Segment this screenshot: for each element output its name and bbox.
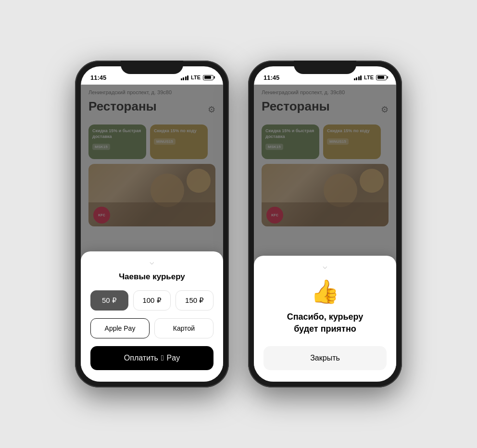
payment-tabs: Apple Pay Картой — [90, 318, 213, 338]
close-button[interactable]: Закрыть — [264, 346, 387, 370]
phones-container: 11:45 LTE Ленинградски — [75, 61, 402, 387]
battery-fill-2 — [377, 76, 384, 79]
sheet-title-1: Чаевые курьеру — [90, 272, 213, 282]
tip-sheet: ⌵ Чаевые курьеру 50 ₽ 100 ₽ 150 ₽ Apple … — [81, 251, 223, 382]
battery-icon-2 — [376, 75, 387, 80]
battery-fill-1 — [204, 76, 211, 79]
phone-2: 11:45 LTE Ленинградски — [248, 61, 402, 387]
notch-1 — [121, 61, 183, 74]
pay-button-suffix: Pay — [167, 354, 180, 362]
signal-bar-2 — [183, 77, 184, 80]
signal-bars-1 — [181, 75, 189, 80]
signal-bar-1 — [181, 78, 182, 80]
pay-button[interactable]: Оплатить  Pay — [90, 346, 213, 370]
signal-bar-8 — [360, 75, 362, 80]
payment-tab-applepay[interactable]: Apple Pay — [90, 318, 150, 338]
phone-inner-1: 11:45 LTE Ленинградски — [81, 66, 223, 382]
amount-btn-150[interactable]: 150 ₽ — [176, 290, 213, 311]
signal-bars-2 — [354, 75, 362, 80]
phone-inner-2: 11:45 LTE Ленинградски — [254, 66, 396, 382]
status-icons-2: LTE — [354, 75, 387, 80]
app-content-2: Ленинградский проспект, д. 39с80 Рестора… — [254, 85, 396, 382]
signal-bar-6 — [356, 77, 357, 80]
notch-2 — [294, 61, 356, 74]
status-icons-1: LTE — [181, 75, 213, 80]
payment-tab-card[interactable]: Картой — [154, 318, 213, 338]
success-title: Спасибо, курьеру будет приятно — [264, 311, 387, 335]
thumbs-emoji: 👍 — [264, 278, 387, 305]
signal-bar-7 — [358, 76, 360, 80]
sheet-handle-down-1: ⌵ — [90, 257, 213, 266]
lte-label-2: LTE — [364, 75, 374, 80]
amount-btn-100[interactable]: 100 ₽ — [133, 290, 171, 311]
status-time-1: 11:45 — [90, 74, 106, 81]
phone-1: 11:45 LTE Ленинградски — [75, 61, 229, 387]
success-title-text: Спасибо, курьеру будет приятно — [287, 312, 364, 333]
signal-bar-5 — [354, 78, 355, 80]
amount-buttons: 50 ₽ 100 ₽ 150 ₽ — [90, 290, 213, 311]
lte-label-1: LTE — [191, 75, 201, 80]
app-content-1: Ленинградский проспект, д. 39с80 Рестора… — [81, 85, 223, 382]
battery-icon-1 — [203, 75, 213, 80]
status-time-2: 11:45 — [264, 74, 279, 81]
amount-btn-50[interactable]: 50 ₽ — [90, 290, 128, 311]
apple-logo-icon:  — [161, 354, 164, 362]
signal-bar-3 — [185, 76, 187, 80]
sheet-handle-down-2: ⌵ — [264, 261, 387, 271]
pay-button-text: Оплатить — [124, 354, 158, 362]
success-sheet: ⌵ 👍 Спасибо, курьеру будет приятно Закры… — [254, 256, 396, 382]
signal-bar-4 — [187, 75, 188, 80]
